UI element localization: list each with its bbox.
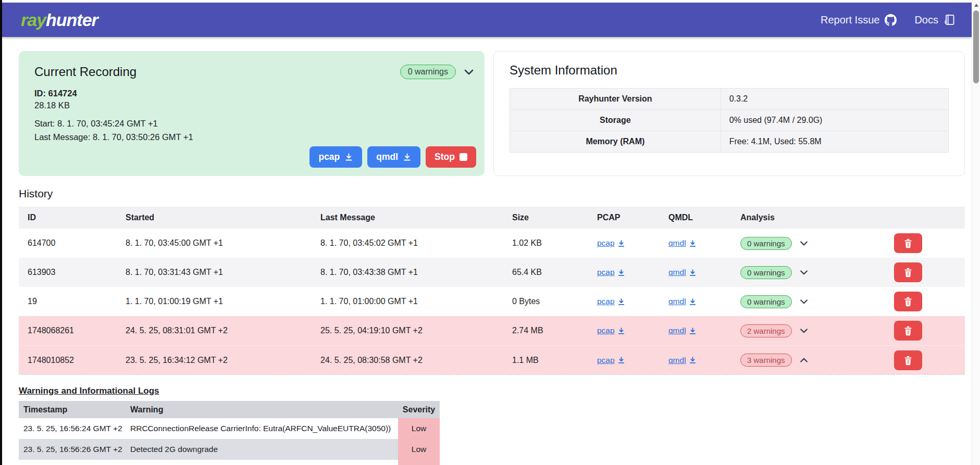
cell-id: 613903 (19, 268, 117, 277)
col-header-severity: Severity (398, 401, 440, 418)
cell-severity: Low (398, 418, 440, 439)
sys-value: 0% used (97.4M / 29.0G) (721, 110, 948, 131)
pcap-download-link[interactable]: pcap (597, 238, 625, 248)
chevron-down-icon[interactable] (799, 296, 809, 307)
col-header-size: Size (503, 213, 588, 222)
trash-icon (903, 355, 913, 366)
cell-started: 8. 1. 70, 03:45:00 GMT +1 (117, 238, 312, 248)
cell-severity: Low (398, 439, 440, 460)
main-content: Current Recording 0 warnings ID: 614724 … (2, 37, 980, 465)
table-row: 1748010852 23. 5. 25, 16:34:12 GMT +2 24… (19, 345, 965, 374)
pcap-button-label: pcap (318, 152, 340, 162)
cell-severity: Low (398, 460, 440, 465)
warnings-badge[interactable]: 0 warnings (740, 237, 792, 250)
qmdl-download-link[interactable]: qmdl (668, 238, 697, 248)
col-header-analysis: Analysis (731, 213, 857, 222)
cell-started: 1. 1. 70, 01:00:19 GMT +1 (117, 297, 312, 306)
scrollbar-thumb[interactable] (973, 10, 979, 83)
download-icon (344, 153, 353, 161)
qmdl-download-button[interactable]: qmdl (367, 146, 420, 168)
system-information-title: System Information (510, 63, 949, 78)
trash-icon (903, 325, 913, 336)
delete-button[interactable] (894, 262, 922, 282)
col-header-started: Started (117, 213, 312, 222)
download-icon (689, 240, 697, 247)
table-row: 23. 5. 25, 16:56:24 GMT +2 RRCConnection… (19, 418, 440, 439)
warnings-header-row: Timestamp Warning Severity (19, 401, 440, 418)
delete-button[interactable] (894, 292, 922, 311)
table-row: Memory (RAM) Free: 4.1M, Used: 55.8M (510, 131, 948, 152)
col-header-id: ID (19, 213, 117, 222)
table-row: 1748068261 24. 5. 25, 08:31:01 GMT +2 25… (19, 316, 965, 345)
download-icon (689, 356, 697, 364)
logo-ray: ray (21, 10, 46, 30)
cell-size: 65.4 KB (503, 268, 588, 277)
pcap-download-link[interactable]: pcap (597, 297, 625, 306)
table-row: 23. 5. 25, 18:52:40 GMT +2 RRCConnection… (19, 460, 440, 465)
warnings-badge[interactable]: 0 warnings (740, 295, 792, 308)
stop-recording-button[interactable]: Stop (426, 146, 476, 168)
delete-button[interactable] (894, 350, 922, 370)
warnings-badge[interactable]: 0 warnings (400, 65, 456, 79)
recording-last-message: Last Message: 8. 1. 70, 03:50:26 GMT +1 (34, 132, 469, 142)
download-icon (617, 327, 625, 335)
warnings-badge[interactable]: 2 warnings (740, 324, 792, 337)
delete-button[interactable] (894, 321, 922, 341)
pcap-download-link[interactable]: pcap (597, 326, 625, 335)
qmdl-button-label: qmdl (376, 152, 398, 162)
qmdl-download-link[interactable]: qmdl (668, 297, 697, 306)
cell-id: 1748068261 (19, 326, 117, 335)
system-information-table: Rayhunter Version 0.3.2 Storage 0% used … (510, 88, 949, 153)
chevron-down-icon[interactable] (799, 325, 809, 336)
chevron-down-icon[interactable] (799, 267, 809, 278)
cell-size: 1.1 MB (503, 356, 588, 365)
stop-button-label: Stop (435, 152, 455, 162)
navbar: rayhunter Report Issue Docs (2, 3, 972, 37)
cell-id: 19 (19, 297, 117, 306)
col-header-timestamp: Timestamp (19, 405, 129, 414)
history-table: ID Started Last Message Size PCAP QMDL A… (19, 207, 965, 375)
report-issue-link[interactable]: Report Issue (821, 14, 897, 26)
warnings-badge[interactable]: 0 warnings (740, 266, 792, 279)
qmdl-download-link[interactable]: qmdl (668, 268, 697, 277)
table-row: 19 1. 1. 70, 01:00:19 GMT +1 1. 1. 70, 0… (19, 287, 965, 316)
warnings-badge[interactable]: 3 warnings (740, 354, 792, 367)
pcap-download-link[interactable]: pcap (597, 268, 625, 277)
current-recording-panel: Current Recording 0 warnings ID: 614724 … (19, 51, 485, 176)
download-icon (689, 327, 697, 335)
chevron-up-icon[interactable] (799, 355, 809, 366)
pcap-download-button[interactable]: pcap (309, 146, 362, 168)
scroll-up-arrow-icon[interactable] (974, 4, 978, 7)
cell-last-message: 8. 1. 70, 03:43:38 GMT +1 (312, 268, 503, 277)
chevron-down-icon[interactable] (463, 66, 475, 78)
cell-started: 23. 5. 25, 16:34:12 GMT +2 (117, 356, 312, 365)
app-window: rayhunter Report Issue Docs (2, 0, 980, 465)
sys-label: Memory (RAM) (510, 131, 721, 152)
recording-id: ID: 614724 (34, 89, 469, 98)
recording-start: Start: 8. 1. 70, 03:45:24 GMT +1 (34, 119, 469, 129)
sys-label: Storage (510, 110, 721, 131)
table-row: Rayhunter Version 0.3.2 (510, 89, 948, 110)
delete-button[interactable] (894, 233, 922, 253)
cell-id: 614700 (19, 238, 117, 248)
pcap-download-link[interactable]: pcap (597, 356, 625, 365)
qmdl-download-link[interactable]: qmdl (668, 326, 697, 335)
rayhunter-logo[interactable]: rayhunter (21, 10, 98, 30)
sys-value: 0.3.2 (721, 89, 948, 109)
trash-icon (903, 237, 913, 249)
download-icon (617, 356, 625, 364)
vertical-scrollbar[interactable] (972, 0, 980, 465)
download-icon (617, 298, 625, 306)
recording-size: 28.18 KB (34, 100, 469, 110)
download-icon (689, 269, 697, 277)
cell-last-message: 8. 1. 70, 03:45:02 GMT +1 (312, 238, 503, 248)
qmdl-download-link[interactable]: qmdl (668, 356, 697, 365)
cell-size: 2.74 MB (503, 326, 588, 335)
download-icon (617, 240, 625, 247)
github-icon (885, 14, 897, 26)
table-row: 613903 8. 1. 70, 03:31:43 GMT +1 8. 1. 7… (19, 258, 965, 287)
chevron-down-icon[interactable] (799, 238, 809, 248)
table-row: 614700 8. 1. 70, 03:45:00 GMT +1 8. 1. 7… (19, 229, 965, 258)
warnings-log-title: Warnings and Informational Logs (19, 386, 965, 396)
docs-link[interactable]: Docs (914, 14, 956, 26)
